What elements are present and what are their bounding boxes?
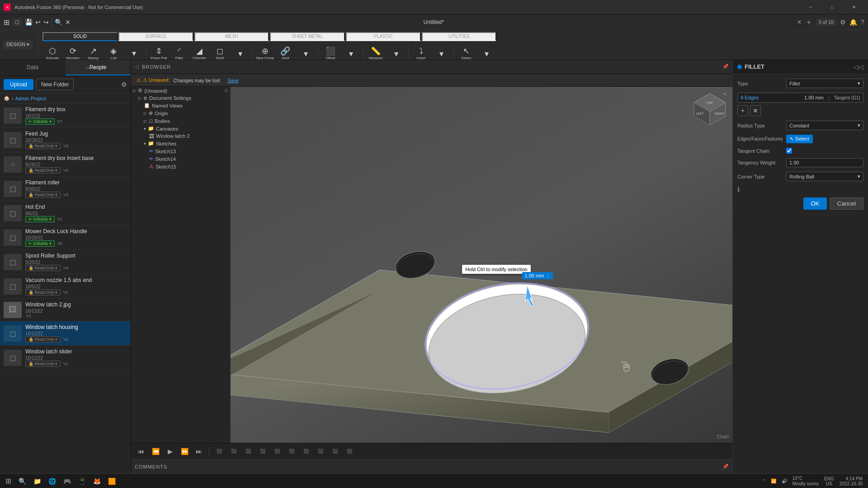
list-item[interactable]: ◻ Window latch housing 10/12/22 🔒 Read-O…: [0, 321, 131, 346]
timeline-btn2[interactable]: ⬛: [227, 445, 240, 458]
grid-icon[interactable]: ⊞: [4, 18, 9, 27]
tab-surface[interactable]: SURFACE: [118, 32, 193, 41]
remove-btn[interactable]: ✕: [750, 105, 761, 116]
browser-item[interactable]: ▾ 📁 Canvases: [131, 125, 230, 132]
list-item[interactable]: ◻ Filament roller 9/30/22 🔒 Read-Only ▾ …: [0, 177, 131, 201]
browser-item[interactable]: ⚠ Sketch15: [131, 163, 230, 170]
add-btn[interactable]: ＋: [737, 105, 748, 116]
list-item[interactable]: ◻ Hot End 9/6/22 ✏ Editable ▾ V1: [0, 201, 131, 225]
settings-icon[interactable]: ⚙: [840, 19, 846, 26]
tangent-chain-checkbox[interactable]: [786, 148, 792, 154]
revolve-btn[interactable]: ⟳Revolve: [63, 42, 83, 66]
timeline-btn6[interactable]: ⬛: [285, 445, 298, 458]
taskbar-icon4[interactable]: 📱: [78, 478, 86, 485]
list-item[interactable]: 🖼 Window latch 2.jpg 10/12/22 V1: [0, 299, 131, 321]
notification-icon[interactable]: 🔔: [849, 19, 857, 26]
play-start-btn[interactable]: ⏮: [135, 445, 147, 458]
data-btn[interactable]: ⬡: [12, 18, 22, 27]
tab-mesh[interactable]: MESH: [194, 32, 269, 41]
add-tab-btn[interactable]: ＋: [805, 18, 812, 27]
loft-btn[interactable]: ◈Loft: [104, 42, 123, 66]
navigation-cube[interactable]: TOP LEFT RIGHT: [692, 91, 728, 127]
play-end-btn[interactable]: ⏭: [193, 445, 205, 458]
browser-item[interactable]: ▷ ◻ Bodies: [131, 117, 230, 125]
new-folder-button[interactable]: New Folder: [36, 79, 74, 90]
list-item[interactable]: ◻ Spool Roller Support 9/20/22 🔒 Read-On…: [0, 250, 131, 274]
close-icon[interactable]: ✕: [65, 19, 71, 26]
home-icon[interactable]: 🏠: [4, 95, 10, 101]
item-options-icon[interactable]: ⚙: [224, 88, 228, 93]
minimize-button[interactable]: ─: [800, 0, 821, 14]
list-item[interactable]: ◻ Feed Jug 10/28/22 🔒 Read-Only ▾ V3: [0, 128, 131, 152]
clock[interactable]: 4:14 PM 2022-10-30: [840, 476, 863, 486]
panel-collapse-btn[interactable]: ◁◁: [854, 63, 863, 70]
timeline-btn10[interactable]: ⬛: [343, 445, 356, 458]
wifi-icon[interactable]: 📶: [771, 479, 776, 483]
edges-faces-select-btn[interactable]: ↖ Select: [786, 135, 813, 143]
play-prev-btn[interactable]: ⏪: [149, 445, 162, 458]
tangency-weight-value[interactable]: 1.00: [786, 158, 863, 167]
volume-icon[interactable]: 🔊: [782, 479, 787, 483]
list-item[interactable]: ◻ Window latch slider 10/12/22 🔒 Read-On…: [0, 346, 131, 370]
value-input-box[interactable]: 1.00 mm ⋮: [522, 272, 553, 279]
viewport-3d[interactable]: ▷ ⚙ (Unsaved) ⚙ ▷ ⚙ Document Settings 📋 …: [131, 87, 732, 443]
list-item[interactable]: ◻ Mower Deck Lock Handle 10/29/22 ✏ Edit…: [0, 225, 131, 250]
search-taskbar-icon[interactable]: 🔍: [19, 478, 26, 485]
list-item[interactable]: ◻ Filament dry box Insert base 9/29/22 🔒…: [0, 152, 131, 177]
play-next-btn[interactable]: ⏩: [178, 445, 191, 458]
timeline-btn3[interactable]: ⬛: [242, 445, 255, 458]
play-btn[interactable]: ▶: [164, 445, 176, 458]
expand-icon[interactable]: ⋮: [546, 273, 550, 278]
browser-item[interactable]: ▾ 📁 Sketches: [131, 140, 230, 147]
timeline-btn8[interactable]: ⬛: [314, 445, 327, 458]
tab-sheetmetal[interactable]: SHEET METAL: [270, 32, 345, 41]
browser-collapse-icon[interactable]: ◁: [135, 64, 138, 70]
type-value[interactable]: Fillet ▾: [786, 79, 863, 88]
panel-settings-icon[interactable]: ⚙: [121, 81, 127, 88]
browser-item[interactable]: ▷ ⚙ Document Settings: [131, 94, 230, 102]
timeline-btn5[interactable]: ⬛: [271, 445, 283, 458]
breadcrumb-project[interactable]: Admin Project: [15, 96, 46, 101]
design-dropdown[interactable]: DESIGN ▾: [3, 40, 33, 49]
tab-utilities[interactable]: UTILITIES: [422, 32, 497, 41]
search-icon[interactable]: 🔍: [55, 19, 62, 26]
browser-item[interactable]: 🖼 Window latch 2: [131, 132, 230, 140]
browser-item[interactable]: ✏ Sketch14: [131, 155, 230, 163]
browser-item[interactable]: ✏ Sketch13: [131, 147, 230, 155]
upload-button[interactable]: Upload: [4, 79, 33, 90]
cancel-button[interactable]: Cancel: [830, 197, 864, 210]
taskbar-icon6[interactable]: 🟧: [108, 478, 116, 485]
timeline-btn9[interactable]: ⬛: [329, 445, 341, 458]
save-icon[interactable]: 💾: [25, 19, 33, 26]
corner-type-value[interactable]: Rolling Ball ▾: [786, 172, 863, 181]
language-region[interactable]: ENG US: [824, 476, 834, 486]
taskbar-icon2[interactable]: 🌐: [48, 478, 56, 485]
browser-item[interactable]: 📋 Named Views: [131, 102, 230, 109]
comments-pin-icon[interactable]: 📌: [722, 464, 729, 469]
radius-type-value[interactable]: Constant ▾: [786, 121, 863, 130]
browser-item[interactable]: ▷ ⚙ (Unsaved) ⚙: [131, 87, 230, 94]
notification-center[interactable]: ⌃: [762, 479, 765, 483]
taskbar-icon5[interactable]: 🦊: [93, 478, 101, 485]
taskbar-icon3[interactable]: 🎮: [63, 478, 71, 485]
redo-btn[interactable]: ↪: [43, 19, 49, 26]
close-button[interactable]: ✕: [844, 0, 864, 14]
tab-plastic[interactable]: PLASTIC: [346, 32, 421, 41]
save-link[interactable]: Save: [227, 78, 239, 83]
tab-solid[interactable]: SOLID: [42, 32, 118, 41]
timeline-btn7[interactable]: ⬛: [300, 445, 312, 458]
sweep-btn[interactable]: ↗Sweep: [83, 42, 103, 66]
timeline-btn1[interactable]: ⬛: [213, 445, 226, 458]
list-item[interactable]: ◻ Filament dry box 10/1/22 ✏ Editable ▾ …: [0, 103, 131, 128]
timeline-btn4[interactable]: ⬛: [256, 445, 269, 458]
windows-icon[interactable]: ⊞: [5, 477, 11, 485]
list-item[interactable]: ◻ Vacuum nozzle 1.5 abs end 10/5/22 🔒 Re…: [0, 274, 131, 299]
help-icon[interactable]: ?: [861, 19, 864, 26]
taskbar-icon1[interactable]: 📁: [33, 478, 41, 485]
browser-item[interactable]: ▷ ⊕ Origin: [131, 109, 230, 117]
info-icon[interactable]: ℹ: [737, 186, 740, 193]
close-tab-btn[interactable]: ✕: [797, 19, 802, 25]
extrude-btn[interactable]: ⬡Extrude: [42, 42, 62, 66]
ok-button[interactable]: OK: [803, 197, 826, 210]
maximize-button[interactable]: □: [822, 0, 843, 14]
